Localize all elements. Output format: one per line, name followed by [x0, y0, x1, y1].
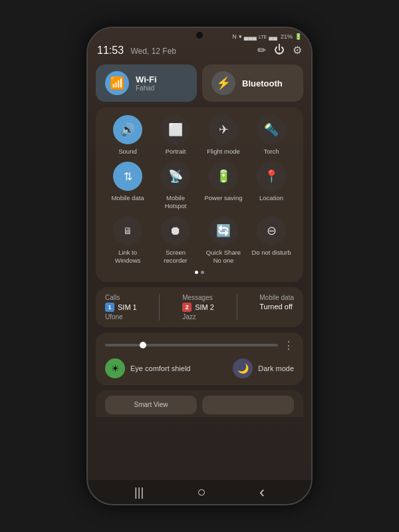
lte-icon: LTE: [259, 35, 267, 39]
torch-label: Torch: [263, 148, 279, 155]
date-display: Wed, 12 Feb: [131, 47, 176, 56]
flight-mode-tile[interactable]: ✈ Flight mode: [203, 115, 243, 155]
eye-comfort-label: Eye comfort shield: [130, 364, 190, 372]
messages-sim-num: SIM 2: [195, 303, 214, 311]
pagination-dots: [104, 271, 295, 274]
portrait-label: Portrait: [166, 148, 186, 155]
hotspot-icon: 📡: [161, 162, 190, 191]
calls-title: Calls: [105, 294, 137, 301]
eye-comfort-icon-circle: ☀: [105, 358, 125, 378]
phone-screen: N ▾ ▄▄▄ LTE ▄▄ 21% 🔋 11:53 Wed, 12 Feb ✏…: [88, 28, 311, 504]
mobile-data-label: Mobile data: [111, 194, 144, 201]
bt-icon-circle: ⚡: [211, 71, 235, 95]
quick-share-icon: 🔄: [209, 216, 238, 245]
notif-panel: 11:53 Wed, 12 Feb ✏ ⏻ ⚙ 📶 Wi-Fi: [88, 41, 311, 480]
back-nav-icon[interactable]: ‹: [259, 483, 265, 501]
sim-divider-2: [237, 294, 237, 321]
calls-sim-num: SIM 1: [118, 303, 137, 311]
calls-col: Calls 1 SIM 1 Ufone: [105, 294, 137, 321]
hotspot-tile[interactable]: 📡 Mobile Hotspot: [156, 162, 196, 209]
more-options-icon[interactable]: ⋮: [283, 339, 294, 352]
wifi-icon-circle: 📶: [105, 71, 129, 95]
bluetooth-icon: ⚡: [216, 76, 231, 90]
dark-mode-icon-circle: 🌙: [233, 358, 253, 378]
sim1-badge: 1: [105, 303, 114, 312]
phone-frame: N ▾ ▄▄▄ LTE ▄▄ 21% 🔋 11:53 Wed, 12 Feb ✏…: [86, 27, 313, 505]
link-windows-label: Link to Windows: [108, 249, 148, 264]
quick-share-tile[interactable]: 🔄 Quick Share No one: [203, 216, 243, 264]
home-nav-icon[interactable]: ○: [197, 483, 205, 501]
location-icon: 📍: [257, 162, 286, 191]
sim-divider-1: [159, 294, 160, 321]
wifi-sub: Fahad: [136, 84, 157, 92]
wifi-icon: 📶: [110, 76, 124, 90]
brightness-slider[interactable]: [105, 344, 278, 346]
power-saving-tile[interactable]: 🔋 Power saving: [203, 162, 243, 209]
dot-2: [201, 271, 204, 274]
screen-recorder-icon: ⏺: [161, 216, 190, 245]
power-saving-label: Power saving: [204, 194, 242, 201]
eye-comfort-item[interactable]: ☀ Eye comfort shield: [105, 358, 190, 378]
messages-col: Messages 2 SIM 2 Jazz: [182, 294, 214, 321]
flight-mode-label: Flight mode: [207, 148, 240, 155]
wifi-tile-text: Wi-Fi Fahad: [136, 74, 157, 92]
nfc-icon: N: [232, 33, 237, 40]
battery-text: 21%: [281, 33, 293, 40]
bottom-btn-2[interactable]: [202, 396, 294, 414]
settings-icons-row: ☀ Eye comfort shield 🌙 Dark mode: [105, 358, 294, 378]
recents-nav-icon[interactable]: |||: [134, 485, 144, 499]
dnd-tile[interactable]: ⊖ Do not disturb: [251, 216, 291, 264]
wifi-title: Wi-Fi: [136, 74, 157, 84]
eye-comfort-icon: ☀: [111, 363, 120, 374]
battery-icon: 🔋: [295, 33, 302, 40]
sound-icon: 🔊: [113, 115, 142, 144]
power-saving-icon: 🔋: [209, 162, 238, 191]
portrait-icon: ⬜: [161, 115, 190, 144]
header-row: 11:53 Wed, 12 Feb ✏ ⏻ ⚙: [96, 41, 303, 59]
messages-carrier: Jazz: [182, 313, 214, 321]
sim2-badge: 2: [182, 303, 192, 312]
dot-1: [195, 271, 198, 274]
location-label: Location: [259, 194, 283, 201]
calls-carrier: Ufone: [105, 313, 137, 321]
sound-tile[interactable]: 🔊 Sound: [108, 115, 148, 155]
sim-panel: Calls 1 SIM 1 Ufone Messages 2 SIM 2 Jaz…: [96, 287, 303, 327]
torch-icon: 🔦: [257, 115, 286, 144]
grid-row-2: ⇅ Mobile data 📡 Mobile Hotspot 🔋 Power s…: [104, 162, 295, 209]
bottom-partial-panel: Smart View: [96, 390, 303, 417]
mobile-data-icon: ⇅: [113, 162, 142, 191]
messages-title: Messages: [182, 294, 214, 301]
mobile-data-title: Mobile data: [259, 294, 294, 301]
screen-recorder-tile[interactable]: ⏺ Screen recorder: [156, 216, 196, 264]
mobile-data-status: Turned off: [259, 303, 294, 311]
link-windows-tile[interactable]: 🖥 Link to Windows: [108, 216, 148, 264]
camera-notch: [196, 32, 203, 39]
dark-mode-item[interactable]: 🌙 Dark mode: [233, 358, 294, 378]
mobile-data-tile[interactable]: ⇅ Mobile data: [108, 162, 148, 209]
quick-share-label: Quick Share No one: [203, 249, 243, 264]
bt-tile-text: Bluetooth: [242, 78, 283, 88]
nav-bar: ||| ○ ‹: [88, 480, 311, 504]
settings-gear-icon[interactable]: ⚙: [293, 44, 302, 57]
wifi-tile[interactable]: 📶 Wi-Fi Fahad: [96, 65, 197, 102]
sound-label: Sound: [118, 148, 136, 155]
location-tile[interactable]: 📍 Location: [251, 162, 291, 209]
wifi-status-icon: ▾: [239, 33, 242, 40]
portrait-tile[interactable]: ⬜ Portrait: [156, 115, 196, 155]
bluetooth-tile[interactable]: ⚡ Bluetooth: [202, 65, 303, 102]
hotspot-label: Mobile Hotspot: [156, 194, 196, 209]
smart-view-btn[interactable]: Smart View: [105, 396, 197, 414]
flight-mode-icon: ✈: [209, 115, 238, 144]
screen-recorder-label: Screen recorder: [156, 249, 196, 264]
power-icon[interactable]: ⏻: [274, 44, 285, 57]
torch-tile[interactable]: 🔦 Torch: [251, 115, 291, 155]
dark-mode-icon: 🌙: [237, 363, 249, 374]
clock-display: 11:53: [97, 45, 124, 56]
quick-settings-grid: 🔊 Sound ⬜ Portrait ✈ Flight mode 🔦 Torch: [96, 107, 303, 282]
bt-title: Bluetooth: [242, 78, 283, 88]
signal2-icon: ▄▄: [269, 33, 277, 40]
signal-icon: ▄▄▄: [244, 33, 257, 40]
pencil-icon[interactable]: ✏: [257, 44, 266, 57]
settings-panel: ⋮ ☀ Eye comfort shield 🌙 Dark mode: [96, 332, 303, 385]
grid-row-1: 🔊 Sound ⬜ Portrait ✈ Flight mode 🔦 Torch: [104, 115, 295, 155]
